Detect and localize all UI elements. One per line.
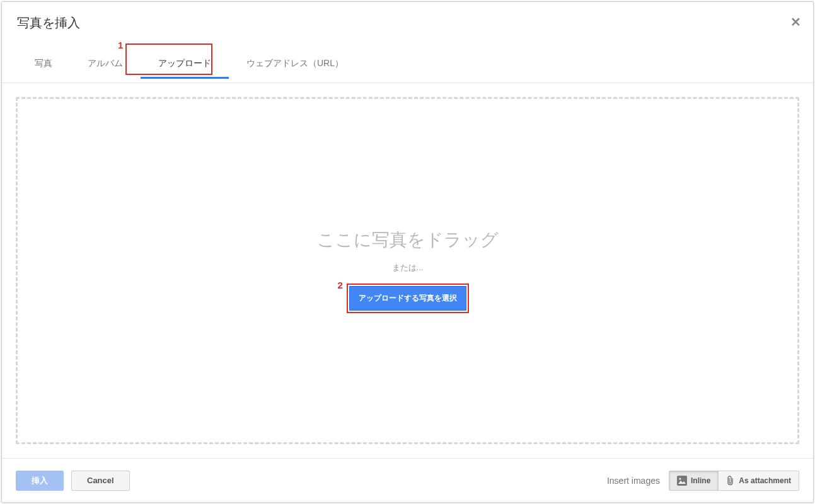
drag-instruction-text: ここに写真をドラッグ bbox=[317, 228, 499, 252]
tab-url[interactable]: ウェブアドレス（URL） bbox=[229, 47, 361, 79]
tab-upload[interactable]: アップロード bbox=[141, 47, 229, 79]
svg-rect-0 bbox=[677, 476, 687, 486]
dialog-header: 写真を挿入 ✕ bbox=[2, 2, 813, 43]
tab-bar: 写真 アルバム アップロード ウェブアドレス（URL） 1 bbox=[2, 43, 813, 83]
insert-photo-dialog: 写真を挿入 ✕ 写真 アルバム アップロード ウェブアドレス（URL） 1 ここ… bbox=[1, 1, 814, 503]
dialog-title: 写真を挿入 bbox=[17, 14, 80, 32]
insert-mode-toggle: Inline As attachment bbox=[669, 471, 799, 491]
tab-photos[interactable]: 写真 bbox=[17, 47, 70, 79]
paperclip-icon bbox=[726, 476, 735, 486]
annotation-number-2: 2 bbox=[338, 280, 343, 290]
inline-label: Inline bbox=[691, 476, 710, 485]
dialog-content: ここに写真をドラッグ または... アップロードする写真を選択 2 bbox=[2, 83, 813, 458]
cancel-button[interactable]: Cancel bbox=[71, 471, 130, 491]
annotation-box-2: アップロードする写真を選択 2 bbox=[347, 284, 469, 313]
or-text: または... bbox=[392, 262, 424, 273]
footer-right-group: Insert images Inline As attachment bbox=[607, 471, 799, 491]
attachment-toggle-button[interactable]: As attachment bbox=[719, 471, 799, 491]
select-photos-button[interactable]: アップロードする写真を選択 bbox=[349, 286, 466, 311]
upload-dropzone[interactable]: ここに写真をドラッグ または... アップロードする写真を選択 2 bbox=[16, 97, 799, 444]
tab-albums[interactable]: アルバム bbox=[70, 47, 141, 79]
close-icon: ✕ bbox=[790, 15, 801, 29]
dialog-footer: 挿入 Cancel Insert images Inline As attach… bbox=[2, 458, 813, 502]
svg-point-1 bbox=[679, 478, 681, 479]
attachment-label: As attachment bbox=[739, 476, 791, 485]
inline-toggle-button[interactable]: Inline bbox=[669, 471, 719, 491]
close-button[interactable]: ✕ bbox=[789, 16, 802, 28]
insert-images-label: Insert images bbox=[607, 476, 660, 486]
insert-button[interactable]: 挿入 bbox=[16, 471, 64, 491]
image-icon bbox=[677, 476, 687, 486]
